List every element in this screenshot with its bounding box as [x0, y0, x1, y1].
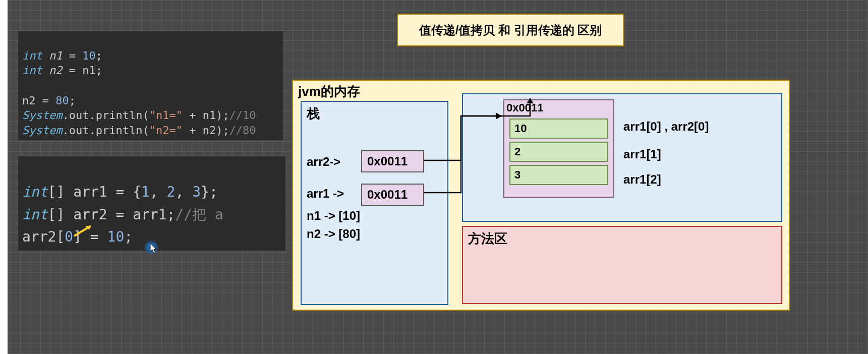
title-text: 值传递/值拷贝 和 引用传递的 区别 [419, 22, 602, 38]
code-block-2: int[] arr1 = {1, 2, 3}; int[] arr2 = arr… [18, 156, 285, 251]
jvm-title: jvm的内存 [298, 83, 360, 100]
heap-addr: 0x0011 [504, 100, 613, 115]
heap-box: 0x0011 10 2 3 arr1[0] , arr2[0] arr1[1] … [462, 93, 782, 222]
cursor-icon [150, 244, 157, 254]
heap-cell-1: 2 [509, 142, 608, 162]
left-margin [0, 0, 8, 354]
jvm-container: jvm的内存 栈 arr2-> 0x0011 arr1 -> 0x0011 n1… [292, 80, 790, 311]
method-label: 方法区 [463, 227, 781, 251]
stack-box: 栈 arr2-> 0x0011 arr1 -> 0x0011 n1 -> [10… [301, 101, 448, 305]
heap-object: 0x0011 10 2 3 [503, 99, 614, 198]
idx-label-0: arr1[0] , arr2[0] [623, 120, 709, 134]
heap-cell-0: 10 [509, 119, 608, 139]
arr1-label: arr1 -> [307, 187, 344, 201]
stack-label: 栈 [302, 102, 447, 126]
idx-label-1: arr1[1] [623, 147, 661, 161]
heap-cell-2: 3 [509, 165, 608, 185]
yellow-arrow-icon [73, 222, 93, 237]
addr-box-arr1: 0x0011 [361, 184, 424, 206]
method-area-box: 方法区 [462, 226, 782, 304]
title-box: 值传递/值拷贝 和 引用传递的 区别 [397, 14, 624, 46]
n2-label: n2 -> [80] [307, 227, 360, 241]
code-block-1: int n1 = 10; int n2 = n1; n2 = 80; Syste… [18, 31, 283, 140]
addr-box-arr2: 0x0011 [361, 150, 424, 172]
n1-label: n1 -> [10] [307, 209, 360, 223]
idx-label-2: arr1[2] [623, 172, 661, 187]
arr2-label: arr2-> [307, 155, 340, 169]
